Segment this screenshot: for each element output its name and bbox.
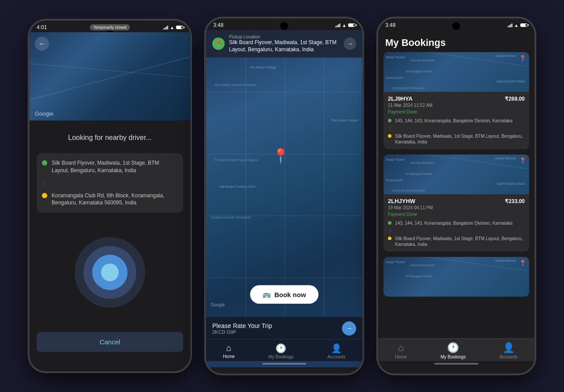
phone2-home-label: Home (223, 354, 235, 359)
booking-price-2: ₹233.00 (505, 198, 525, 204)
pickup-label: Pickup Location (229, 34, 339, 39)
booking-date-2: 19 Mar 2024 04:11 PM (388, 205, 525, 210)
phone2-pickup-address: Silk Board Flyover, Madiwala, 1st Stage,… (229, 39, 339, 53)
phone3-camera (452, 22, 460, 30)
booking-to-2: Silk Board Flyover, Madiwala, 1st Stage,… (388, 236, 525, 247)
home-icon: ⌂ (226, 343, 231, 353)
dropoff-row: Koramangala Club Rd, 6th Block, Koramang… (42, 192, 178, 207)
rate-trip-info: Please Rate Your Trip 2KCD G9P (212, 322, 272, 335)
phone3-signal (508, 23, 512, 27)
booking-map-3: Balaji Theatre Savoury Business Grand Me… (384, 257, 529, 297)
phone2-accounts-label: Accounts (327, 354, 346, 359)
phone-3: 3:48 ▲ My Bookings (377, 17, 536, 375)
map-pin: 📍 (272, 147, 290, 164)
p3-bookings-icon: 🕐 (447, 342, 459, 354)
phone3-wifi-icon: ▲ (514, 23, 519, 28)
phone1-map: ← Google (30, 32, 190, 121)
phone3-status-icons: ▲ (508, 23, 527, 28)
booking-map-2: Balaji Theatre Savoury Business Grand Me… (384, 155, 529, 194)
phone3-nav-bookings[interactable]: 🕐 My Bookings (440, 342, 466, 359)
phone3-nav-accounts[interactable]: 👤 Accounts (500, 342, 518, 359)
p3-accounts-icon: 👤 (503, 342, 515, 354)
phone3-home-bar (434, 363, 478, 365)
location-divider (44, 181, 45, 186)
phone1-time: 4:01 (37, 24, 47, 30)
phone1-content: ← Google Looking for nearby driver... Si… (30, 32, 190, 365)
phone2-content: 📍 Pickup Location Silk Board Flyover, Ma… (206, 30, 362, 367)
rate-trip-title: Please Rate Your Trip (212, 322, 272, 329)
booking-id-row-2: 2LHJYHW ₹233.00 (388, 198, 525, 204)
back-button[interactable]: ← (35, 37, 49, 51)
booking-date-1: 21 Mar 2024 11:52 AM (388, 103, 525, 108)
pickup-details: Pickup Location Silk Board Flyover, Madi… (229, 34, 339, 53)
phone2-battery (348, 23, 355, 27)
location-box: Silk Board Flyover, Madiwala, 1st Stage,… (37, 153, 183, 213)
booking-from-2: 143, 144, 143, Koramangala, Bangalore Di… (388, 220, 525, 226)
booking-id-2: 2LHJYHW (388, 198, 415, 204)
bus-icon: 🚌 (263, 290, 271, 298)
phone3-content: My Bookings Balaji Theatre Savoury Busin… (378, 30, 534, 367)
booking-id-row-1: 2LJ9HYA ₹269.00 (388, 95, 525, 102)
phone2-nav: ⌂ Home 🕐 My Bookings 👤 Accounts (206, 339, 362, 361)
dropoff-address: Koramangala Club Rd, 6th Block, Koramang… (52, 192, 178, 207)
rate-trip-arrow[interactable]: → (342, 321, 356, 335)
to-dot-1 (388, 134, 391, 138)
booking-price-1: ₹269.00 (505, 96, 525, 102)
phones-container: 4:01 Temporarily closed ▲ ← Goog (0, 0, 564, 392)
book-now-button[interactable]: 🚌 Book now (250, 285, 319, 304)
book-now-label: Book now (274, 291, 306, 298)
cancel-button[interactable]: Cancel (37, 332, 183, 352)
to-dot-2 (388, 237, 391, 240)
pulse-animation (37, 220, 183, 325)
route-line-2 (390, 229, 391, 233)
phone2-bookings-label: My Bookings (268, 354, 293, 359)
phone2-nav-home[interactable]: ⌂ Home (223, 343, 235, 359)
phone2-map: Golf Course De Anza College McClellan Ra… (206, 30, 362, 339)
p3-home-label: Home (395, 354, 407, 359)
accounts-icon: 👤 (331, 343, 342, 354)
phone3-battery (520, 23, 527, 27)
bookings-icon: 🕐 (275, 343, 286, 354)
phone2-status-icons: ▲ (335, 23, 355, 28)
rate-trip-bar: Please Rate Your Trip 2KCD G9P → (206, 317, 362, 339)
phone2-camera (280, 22, 288, 30)
phone1-map-lines (30, 32, 190, 121)
phone3-time: 3:48 (385, 22, 395, 28)
phone3-nav: ⌂ Home 🕐 My Bookings 👤 Accounts (378, 338, 534, 361)
rate-trip-row: Please Rate Your Trip 2KCD G9P → (212, 321, 356, 335)
phone2-home-bar (262, 363, 306, 365)
pickup-row: Silk Board Flyover, Madiwala, 1st Stage,… (42, 159, 178, 174)
phone1-wifi-icon: ▲ (170, 25, 174, 30)
pulse-middle (83, 246, 136, 299)
pickup-bar: 📍 Pickup Location Silk Board Flyover, Ma… (206, 30, 362, 58)
dropoff-dot (42, 193, 47, 198)
booking-details-1: 2LJ9HYA ₹269.00 21 Mar 2024 11:52 AM Pay… (384, 92, 529, 149)
google-logo: Google (35, 110, 53, 117)
phone1-temp-closed: Temporarily closed (90, 24, 130, 30)
phone2-nav-accounts[interactable]: 👤 Accounts (327, 343, 346, 359)
booking-card-2[interactable]: Balaji Theatre Savoury Business Grand Me… (384, 155, 529, 252)
phone2-time: 3:48 (213, 22, 223, 28)
p3-accounts-label: Accounts (500, 354, 518, 359)
booking-card-1[interactable]: Balaji Theatre Savoury Business Grand Me… (384, 52, 529, 149)
phone3-status-bar: 3:48 ▲ (378, 19, 534, 30)
pulse-outer (75, 237, 145, 308)
phone3-nav-home[interactable]: ⌂ Home (395, 342, 407, 359)
booking-route-2: 143, 144, 143, Koramangala, Bangalore Di… (388, 220, 525, 247)
pickup-dot (42, 160, 47, 166)
booking-card-3[interactable]: Balaji Theatre Savoury Business Grand Me… (384, 257, 529, 297)
phone2-status-bar: 3:48 ▲ (206, 19, 362, 30)
booking-id-1: 2LJ9HYA (388, 95, 413, 102)
pickup-icon: 📍 (212, 38, 225, 50)
booking-from-text-2: 143, 144, 143, Koramangala, Bangalore Di… (395, 220, 512, 226)
booking-to-1: Silk Board Flyover, Madiwala, 1st Stage,… (388, 133, 525, 145)
pulse-center (101, 264, 119, 281)
phone2-nav-bookings[interactable]: 🕐 My Bookings (268, 343, 293, 359)
pickup-arrow[interactable]: → (344, 38, 356, 50)
booking-route-1: 143, 144, 143, Koramangala, Bangalore Di… (388, 118, 525, 145)
p3-bookings-label: My Bookings (440, 354, 466, 359)
phone2-google: Google (211, 302, 225, 307)
phone-1: 4:01 Temporarily closed ▲ ← Goog (28, 19, 192, 373)
booking-map-1: Balaji Theatre Savoury Business Grand Me… (384, 52, 529, 92)
phone2-signal (335, 23, 340, 27)
